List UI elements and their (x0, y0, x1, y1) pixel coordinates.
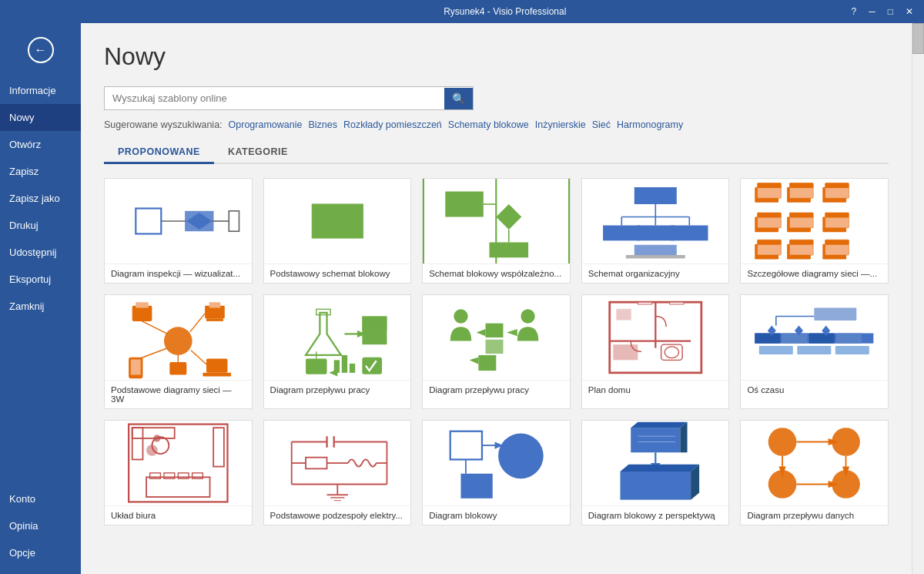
svg-rect-125 (306, 458, 327, 469)
svg-rect-14 (634, 187, 677, 204)
sidebar-bottom: Konto Opinia Opcje (0, 485, 81, 574)
svg-rect-76 (341, 355, 346, 373)
suggested-schematy[interactable]: Schematy blokowe (448, 119, 529, 130)
suggested-label: Sugerowane wyszukiwania: (104, 119, 223, 130)
suggested-siec[interactable]: Sieć (592, 119, 611, 130)
svg-rect-117 (146, 477, 210, 497)
sidebar-item-nowy[interactable]: Nowy (0, 104, 81, 131)
svg-rect-39 (790, 213, 814, 218)
sidebar-item-opinia[interactable]: Opinia (0, 512, 81, 539)
svg-rect-22 (671, 226, 708, 241)
sidebar: ← Informacje Nowy Otwórz Zapisz Zapisz j… (0, 23, 81, 574)
template-label-7: Diagram przepływu pracy (264, 380, 411, 399)
sidebar-item-opcje[interactable]: Opcje (0, 539, 81, 566)
sidebar-item-udostepnij[interactable]: Udostępnij (0, 239, 81, 266)
svg-rect-122 (213, 428, 224, 466)
template-card-diagramy-3w[interactable]: Podstawowe diagramy sieci — 3W (104, 294, 253, 409)
template-thumb-15 (741, 421, 888, 505)
template-thumb-14 (582, 421, 729, 505)
svg-rect-45 (758, 240, 782, 245)
tabs: PROPONOWANE KATEGORIE (104, 142, 889, 164)
template-label-9: Plan domu (582, 380, 729, 399)
svg-rect-61 (131, 359, 141, 374)
maximize-button[interactable]: □ (885, 6, 896, 17)
template-label-6: Podstawowe diagramy sieci — 3W (105, 380, 252, 408)
template-thumb-2 (264, 179, 411, 264)
svg-line-62 (139, 348, 168, 359)
back-button[interactable]: ← (6, 29, 75, 71)
minimize-button[interactable]: ─ (865, 6, 879, 17)
svg-rect-42 (825, 213, 849, 218)
search-input[interactable] (105, 87, 444, 109)
scrollbar-thumb[interactable] (912, 23, 924, 54)
tab-kategorie[interactable]: KATEGORIE (214, 142, 302, 163)
template-thumb-7 (264, 295, 411, 380)
svg-rect-146 (461, 474, 493, 498)
template-card-schemat-wspolzalezno[interactable]: Schemat blokowy współzależno... (422, 178, 571, 284)
template-label-5: Szczegółowe diagramy sieci —... (741, 264, 888, 283)
svg-marker-149 (631, 422, 687, 428)
template-thumb-12 (264, 421, 411, 505)
svg-rect-114 (132, 428, 143, 459)
svg-rect-113 (132, 428, 175, 438)
template-thumb-6 (105, 295, 252, 380)
template-label-4: Schemat organizacyjny (582, 264, 729, 283)
suggested-inzynierskie[interactable]: Inżynierskie (535, 119, 586, 130)
sidebar-item-konto[interactable]: Konto (0, 485, 81, 512)
suggested-rozklady[interactable]: Rozkłady pomieszczeń (343, 119, 442, 130)
template-card-przeplyw-danych[interactable]: Diagram przepływu danych (740, 420, 889, 525)
svg-rect-82 (486, 324, 504, 337)
help-button[interactable]: ? (849, 6, 860, 17)
search-button[interactable]: 🔍 (444, 88, 473, 109)
svg-rect-63 (206, 359, 228, 373)
template-card-blokowy-perspektywa[interactable]: Diagram blokowy z perspektywą (581, 420, 730, 525)
svg-marker-154 (620, 465, 699, 472)
svg-rect-7 (312, 204, 363, 238)
svg-point-116 (153, 435, 160, 441)
sidebar-item-informacje[interactable]: Informacje (0, 77, 81, 104)
svg-point-123 (146, 445, 158, 456)
template-card-uklad-biura[interactable]: Układ biura (104, 420, 253, 525)
svg-rect-106 (759, 346, 793, 354)
suggested-biznes[interactable]: Biznes (308, 119, 337, 130)
svg-rect-64 (203, 373, 231, 377)
tab-proponowane[interactable]: PROPONOWANE (104, 142, 214, 164)
svg-rect-111 (815, 308, 857, 321)
template-card-szczegolowe[interactable]: Szczegółowe diagramy sieci —... (740, 178, 889, 284)
suggested-oprogramowanie[interactable]: Oprogramowanie (229, 119, 303, 130)
template-grid: Diagram inspekcji — wizualizat... Podsta… (104, 178, 889, 525)
template-card-przeplyw-1[interactable]: Diagram przepływu pracy (263, 294, 412, 409)
sidebar-item-zamknij[interactable]: Zamknij (0, 293, 81, 320)
template-card-przeplyw-2[interactable]: Diagram przepływu pracy (422, 294, 571, 409)
sidebar-item-eksportuj[interactable]: Eksportuj (0, 266, 81, 293)
svg-point-144 (498, 434, 544, 479)
back-circle-icon[interactable]: ← (28, 37, 54, 63)
template-card-schemat-org[interactable]: Schemat organizacyjny (581, 178, 730, 284)
template-card-podzespoly[interactable]: Podstawowe podzespoły elektry... (263, 420, 412, 525)
template-label-2: Podstawowy schemat blokowy (264, 264, 411, 283)
template-card-plan-domu[interactable]: Plan domu (581, 294, 730, 409)
template-label-3: Schemat blokowy współzależno... (423, 264, 570, 283)
template-card-podstawowy-schemat[interactable]: Podstawowy schemat blokowy (263, 178, 412, 284)
svg-rect-100 (782, 334, 808, 344)
svg-rect-24 (626, 255, 685, 258)
sidebar-item-zapisz[interactable]: Zapisz (0, 158, 81, 185)
title-bar: Rysunek4 - Visio Professional ? ─ □ ✕ (0, 0, 924, 23)
scrollbar[interactable] (912, 23, 924, 574)
svg-rect-51 (825, 240, 849, 245)
template-card-diag-inspekcji[interactable]: Diagram inspekcji — wizualizat... (104, 178, 253, 284)
svg-rect-102 (836, 334, 862, 344)
sidebar-item-zapisz-jako[interactable]: Zapisz jako (0, 185, 81, 212)
close-button[interactable]: ✕ (902, 6, 916, 17)
template-card-diagram-blokowy[interactable]: Diagram blokowy (422, 420, 571, 525)
template-thumb-4 (582, 179, 729, 264)
sidebar-item-otworz[interactable]: Otwórz (0, 131, 81, 158)
suggested-harmonogramy[interactable]: Harmonogramy (617, 119, 683, 130)
svg-rect-148 (631, 428, 680, 452)
template-label-10: Oś czasu (741, 380, 888, 399)
svg-marker-87 (470, 357, 479, 364)
page-title: Nowy (104, 42, 889, 71)
sidebar-item-drukuj[interactable]: Drukuj (0, 212, 81, 239)
svg-marker-84 (507, 329, 517, 336)
template-card-os-czasu[interactable]: Oś czasu (740, 294, 889, 409)
